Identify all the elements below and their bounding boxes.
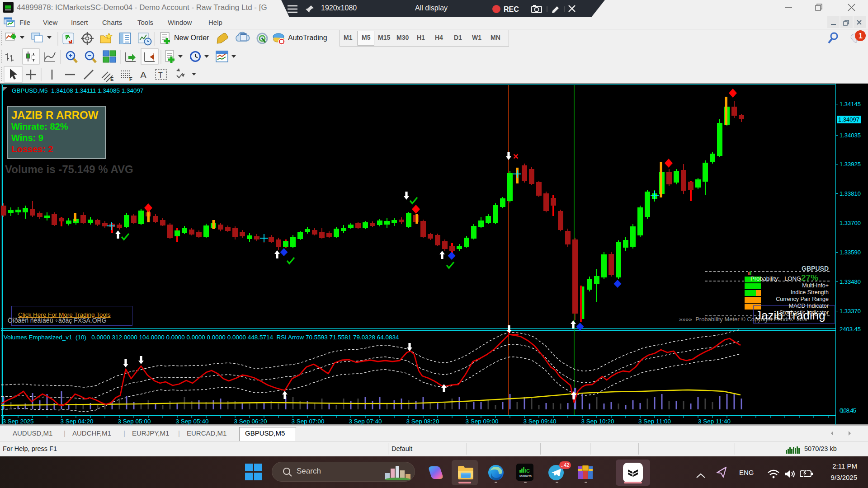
svg-text:IC: IC — [525, 468, 530, 474]
svg-text:Markets: Markets — [519, 474, 532, 478]
svg-text:F: F — [129, 76, 132, 82]
svg-text:A: A — [140, 70, 146, 80]
svg-text:T: T — [158, 71, 163, 79]
svg-text:1: 1 — [859, 32, 863, 40]
svg-text:E: E — [110, 76, 113, 82]
